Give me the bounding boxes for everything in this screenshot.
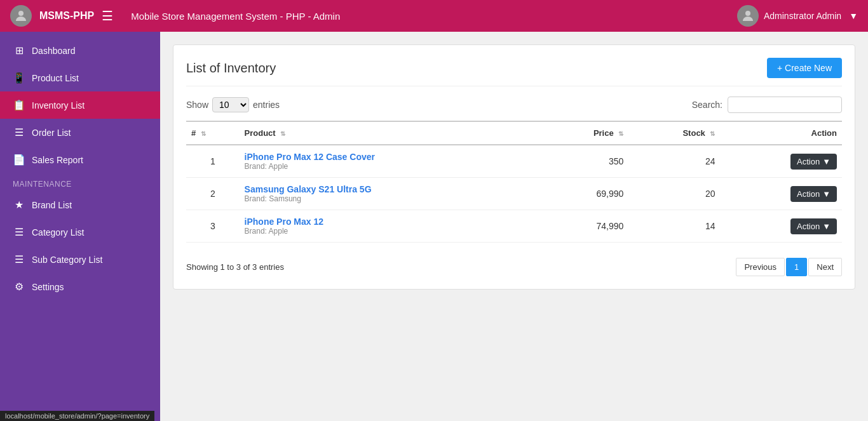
sidebar-item-product-list[interactable]: 📱 Product List bbox=[0, 64, 160, 91]
create-new-button[interactable]: + Create New bbox=[767, 58, 842, 78]
product-brand: Brand: Apple bbox=[245, 227, 537, 236]
admin-caret-icon: ▼ bbox=[849, 11, 858, 21]
admin-name[interactable]: Adminstrator Admin bbox=[764, 11, 841, 21]
action-caret-icon: ▼ bbox=[822, 189, 831, 199]
sidebar-item-sales-report[interactable]: 📄 Sales Report bbox=[0, 146, 160, 173]
sidebar-item-label: Inventory List bbox=[32, 100, 85, 110]
card-header: List of Inventory + Create New bbox=[186, 58, 842, 86]
admin-avatar bbox=[737, 5, 759, 27]
search-input[interactable] bbox=[728, 97, 842, 113]
entries-select[interactable]: 10 25 50 100 bbox=[212, 97, 249, 112]
pagination-row: Showing 1 to 3 of 3 entries Previous 1 N… bbox=[186, 253, 842, 276]
cell-price: 74,990 bbox=[542, 210, 628, 243]
cell-action: Action ▼ bbox=[720, 178, 842, 210]
product-name: Samsung Galaxy S21 Ultra 5G bbox=[245, 184, 537, 194]
topnav-left: MSMS-PHP ☰ Mobile Store Management Syste… bbox=[10, 5, 340, 27]
sort-icon: ⇅ bbox=[201, 130, 206, 137]
settings-icon: ⚙ bbox=[13, 281, 25, 293]
action-caret-icon: ▼ bbox=[822, 222, 831, 231]
topnav-title: Mobile Store Management System - PHP - A… bbox=[131, 11, 340, 22]
svg-point-0 bbox=[18, 11, 24, 16]
hamburger-icon[interactable]: ☰ bbox=[102, 8, 113, 23]
svg-point-1 bbox=[745, 11, 750, 16]
product-brand: Brand: Samsung bbox=[245, 194, 537, 203]
sort-icon: ⇅ bbox=[710, 130, 715, 137]
cell-price: 350 bbox=[542, 145, 628, 178]
sidebar-item-label: Sub Category List bbox=[32, 255, 102, 265]
inventory-table: # ⇅ Product ⇅ Price ⇅ Stock ⇅ Action bbox=[186, 121, 842, 243]
action-caret-icon: ▼ bbox=[822, 157, 831, 166]
product-icon: 📱 bbox=[13, 72, 25, 84]
col-price: Price ⇅ bbox=[542, 121, 628, 145]
page-title: List of Inventory bbox=[186, 61, 276, 76]
show-label: Show bbox=[186, 100, 208, 110]
pagination-buttons: Previous 1 Next bbox=[736, 258, 842, 276]
sidebar-item-brand-list[interactable]: ★ Brand List bbox=[0, 191, 160, 218]
pagination-entries-suffix: entries bbox=[259, 262, 284, 272]
action-button[interactable]: Action ▼ bbox=[790, 154, 837, 170]
brand-avatar bbox=[10, 5, 32, 27]
search-box: Search: bbox=[692, 97, 842, 113]
cell-num: 3 bbox=[186, 210, 240, 243]
dashboard-icon: ⊞ bbox=[13, 44, 25, 57]
col-action: Action bbox=[720, 121, 842, 145]
action-button[interactable]: Action ▼ bbox=[790, 186, 837, 202]
pagination-showing-prefix: Showing bbox=[186, 262, 220, 272]
subcategory-icon: ☰ bbox=[13, 253, 25, 265]
sidebar-item-label: Dashboard bbox=[32, 46, 76, 56]
cell-product: iPhone Pro Max 12 Brand: Apple bbox=[240, 210, 542, 243]
pagination-of: of bbox=[243, 262, 252, 272]
sidebar-item-label: Settings bbox=[32, 282, 64, 292]
sidebar-item-order-list[interactable]: ☰ Order List bbox=[0, 119, 160, 146]
inventory-card: List of Inventory + Create New Show 10 2… bbox=[173, 44, 855, 290]
maintenance-section-label: Maintenance bbox=[0, 173, 160, 191]
cell-stock: 24 bbox=[628, 145, 720, 178]
sidebar-item-label: Brand List bbox=[32, 200, 72, 210]
col-num: # ⇅ bbox=[186, 121, 240, 145]
cell-action: Action ▼ bbox=[720, 210, 842, 243]
brand-icon: ★ bbox=[13, 199, 25, 211]
cell-product: iPhone Pro Max 12 Case Cover Brand: Appl… bbox=[240, 145, 542, 178]
sidebar-item-category-list[interactable]: ☰ Category List bbox=[0, 218, 160, 246]
layout: ⊞ Dashboard 📱 Product List 📋 Inventory L… bbox=[0, 0, 868, 421]
table-controls: Show 10 25 50 100 entries Search: bbox=[186, 97, 842, 113]
sidebar-item-sub-category-list[interactable]: ☰ Sub Category List bbox=[0, 246, 160, 273]
cell-num: 2 bbox=[186, 178, 240, 210]
brand-name: MSMS-PHP bbox=[39, 10, 94, 22]
sales-icon: 📄 bbox=[13, 154, 25, 166]
statusbar: localhost/mobile_store/admin/?page=inven… bbox=[0, 411, 154, 421]
sidebar-item-label: Order List bbox=[32, 128, 71, 138]
entries-label: entries bbox=[253, 100, 280, 110]
sort-icon: ⇅ bbox=[280, 130, 285, 137]
table-row: 1 iPhone Pro Max 12 Case Cover Brand: Ap… bbox=[186, 145, 842, 178]
topnav: MSMS-PHP ☰ Mobile Store Management Syste… bbox=[0, 0, 868, 32]
main-content: List of Inventory + Create New Show 10 2… bbox=[160, 32, 868, 421]
col-product: Product ⇅ bbox=[240, 121, 542, 145]
pagination-info: Showing 1 to 3 of 3 entries bbox=[186, 262, 284, 272]
show-entries: Show 10 25 50 100 entries bbox=[186, 97, 280, 112]
sort-icon: ⇅ bbox=[618, 130, 623, 137]
topnav-right: Adminstrator Admin ▼ bbox=[737, 5, 858, 27]
action-button[interactable]: Action ▼ bbox=[790, 218, 837, 234]
order-icon: ☰ bbox=[13, 126, 25, 138]
cell-action: Action ▼ bbox=[720, 145, 842, 178]
cell-product: Samsung Galaxy S21 Ultra 5G Brand: Samsu… bbox=[240, 178, 542, 210]
sidebar-item-label: Sales Report bbox=[32, 155, 83, 165]
sidebar-item-inventory-list[interactable]: 📋 Inventory List bbox=[0, 91, 160, 119]
cell-num: 1 bbox=[186, 145, 240, 178]
table-row: 3 iPhone Pro Max 12 Brand: Apple 74,990 … bbox=[186, 210, 842, 243]
category-icon: ☰ bbox=[13, 226, 25, 238]
prev-button[interactable]: Previous bbox=[736, 258, 785, 276]
sidebar-item-settings[interactable]: ⚙ Settings bbox=[0, 273, 160, 300]
inventory-icon: 📋 bbox=[13, 99, 25, 111]
search-label: Search: bbox=[692, 100, 722, 110]
table-header-row: # ⇅ Product ⇅ Price ⇅ Stock ⇅ Action bbox=[186, 121, 842, 145]
sidebar-item-label: Category List bbox=[32, 227, 84, 237]
sidebar-item-dashboard[interactable]: ⊞ Dashboard bbox=[0, 37, 160, 64]
cell-price: 69,990 bbox=[542, 178, 628, 210]
page-1-button[interactable]: 1 bbox=[786, 258, 807, 276]
pagination-total: 3 bbox=[252, 262, 257, 272]
next-button[interactable]: Next bbox=[808, 258, 842, 276]
cell-stock: 14 bbox=[628, 210, 720, 243]
sidebar: ⊞ Dashboard 📱 Product List 📋 Inventory L… bbox=[0, 32, 160, 421]
